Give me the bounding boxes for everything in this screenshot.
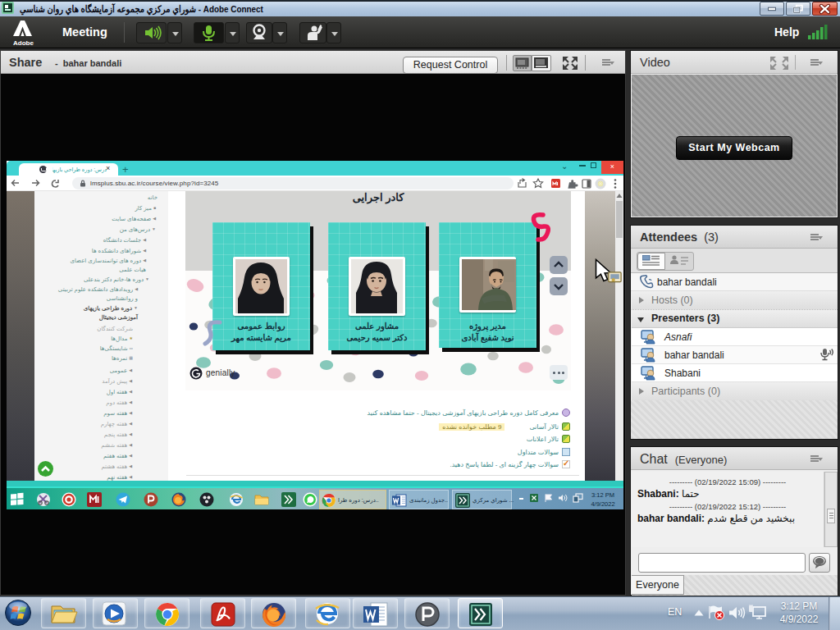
svg-text:Adobe: Adobe [13, 39, 34, 47]
